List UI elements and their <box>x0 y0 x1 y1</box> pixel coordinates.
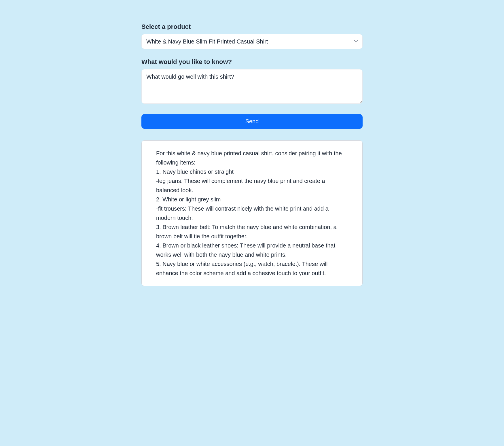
send-button[interactable]: Send <box>141 114 363 129</box>
product-select-label: Select a product <box>141 23 363 31</box>
product-select-wrapper: White & Navy Blue Slim Fit Printed Casua… <box>141 34 363 49</box>
question-input[interactable] <box>141 69 363 104</box>
response-card: For this white & navy blue printed casua… <box>141 140 363 286</box>
question-label: What would you like to know? <box>141 58 363 66</box>
product-select[interactable]: White & Navy Blue Slim Fit Printed Casua… <box>141 34 363 49</box>
form-container: Select a product White & Navy Blue Slim … <box>137 23 367 286</box>
response-text: For this white & navy blue printed casua… <box>156 149 348 278</box>
